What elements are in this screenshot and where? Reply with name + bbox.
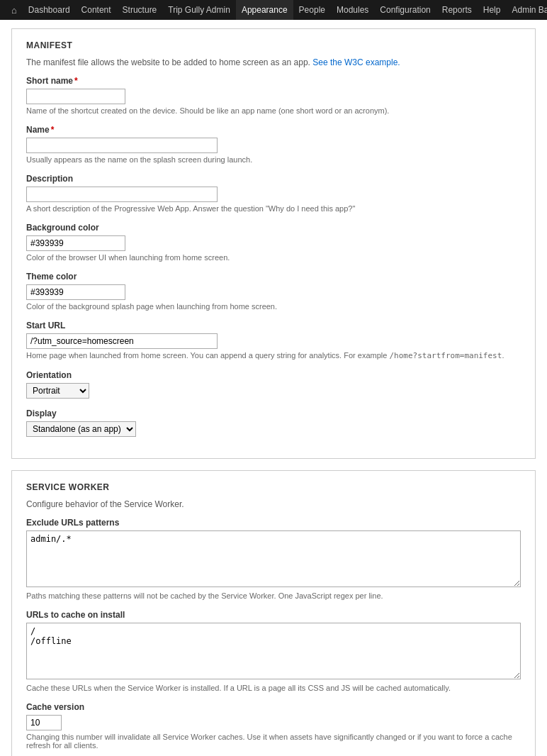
nav-item-structure[interactable]: Structure xyxy=(117,0,163,20)
w3c-link[interactable]: See the W3C example. xyxy=(312,57,400,67)
service-worker-title: SERVICE WORKER xyxy=(26,482,521,492)
cache-urls-hint: Cache these URLs when the Service Worker… xyxy=(26,684,521,692)
cache-urls-label: URLs to cache on install xyxy=(26,610,521,620)
orientation-group: Orientation Portrait Landscape Any xyxy=(26,370,521,399)
nav-item-dashboard[interactable]: Dashboard xyxy=(23,0,76,20)
nav-item-reports[interactable]: Reports xyxy=(436,0,478,20)
nav-home[interactable]: ⌂ xyxy=(6,0,23,20)
service-worker-section: SERVICE WORKER Configure behavior of the… xyxy=(11,470,536,756)
orientation-label: Orientation xyxy=(26,370,521,380)
name-group: Name* Usually appears as the name on the… xyxy=(26,125,521,164)
theme-color-hint: Color of the background splash page when… xyxy=(26,302,521,311)
nav-item-help[interactable]: Help xyxy=(478,0,507,20)
description-hint: A short description of the Progressive W… xyxy=(26,204,521,213)
description-group: Description A short description of the P… xyxy=(26,174,521,213)
cache-version-group: Cache version Changing this number will … xyxy=(26,702,521,750)
nav-item-modules[interactable]: Modules xyxy=(331,0,374,20)
nav-item-admin-batches[interactable]: Admin Batches xyxy=(506,0,547,20)
exclude-urls-label: Exclude URLs patterns xyxy=(26,518,521,528)
exclude-urls-textarea[interactable]: admin/.* xyxy=(26,530,521,587)
description-label: Description xyxy=(26,174,521,184)
theme-color-group: Theme color Color of the background spla… xyxy=(26,272,521,311)
short-name-input[interactable] xyxy=(26,89,125,104)
name-hint: Usually appears as the name on the splas… xyxy=(26,155,521,164)
cache-urls-textarea[interactable]: / /offline xyxy=(26,623,521,679)
bg-color-group: Background color Color of the browser UI… xyxy=(26,223,521,262)
manifest-title: MANIFEST xyxy=(26,40,521,50)
bg-color-label: Background color xyxy=(26,223,521,233)
short-name-hint: Name of the shortcut created on the devi… xyxy=(26,106,521,115)
exclude-urls-group: Exclude URLs patterns admin/.* Paths mat… xyxy=(26,518,521,600)
start-url-hint: Home page when launched from home screen… xyxy=(26,351,521,360)
start-url-group: Start URL Home page when launched from h… xyxy=(26,321,521,360)
nav-item-appearance[interactable]: Appearance xyxy=(236,0,293,20)
theme-color-input[interactable] xyxy=(26,284,125,300)
cache-version-hint: Changing this number will invalidate all… xyxy=(26,733,521,750)
bg-color-hint: Color of the browser UI when launching f… xyxy=(26,253,521,262)
display-group: Display Standalone (as an app) Fullscree… xyxy=(26,408,521,437)
main-nav: ⌂ Dashboard Content Structure Trip Gully… xyxy=(0,0,547,20)
nav-item-content[interactable]: Content xyxy=(76,0,117,20)
theme-color-label: Theme color xyxy=(26,272,521,282)
nav-item-trip-gully[interactable]: Trip Gully Admin xyxy=(162,0,236,20)
start-url-label: Start URL xyxy=(26,321,521,330)
short-name-label: Short name* xyxy=(26,76,521,86)
name-label: Name* xyxy=(26,125,521,135)
manifest-intro: The manifest file allows the website to … xyxy=(26,57,521,67)
cache-urls-group: URLs to cache on install / /offline Cach… xyxy=(26,610,521,692)
nav-item-configuration[interactable]: Configuration xyxy=(374,0,436,20)
display-select[interactable]: Standalone (as an app) Fullscreen Minima… xyxy=(26,421,136,437)
bg-color-input[interactable] xyxy=(26,235,125,251)
exclude-urls-hint: Paths matching these patterns will not b… xyxy=(26,591,521,600)
service-worker-intro: Configure behavior of the Service Worker… xyxy=(26,499,521,509)
description-input[interactable] xyxy=(26,187,218,202)
cache-version-label: Cache version xyxy=(26,702,521,712)
cache-version-input[interactable] xyxy=(26,715,62,730)
manifest-section: MANIFEST The manifest file allows the we… xyxy=(11,28,536,459)
orientation-select[interactable]: Portrait Landscape Any xyxy=(26,383,89,399)
nav-item-people[interactable]: People xyxy=(293,0,331,20)
start-url-example-code: /home?startfrom=manifest xyxy=(389,351,502,360)
start-url-input[interactable] xyxy=(26,333,218,349)
main-content: MANIFEST The manifest file allows the we… xyxy=(0,20,547,756)
short-name-group: Short name* Name of the shortcut created… xyxy=(26,76,521,115)
name-input[interactable] xyxy=(26,138,218,153)
display-label: Display xyxy=(26,408,521,418)
